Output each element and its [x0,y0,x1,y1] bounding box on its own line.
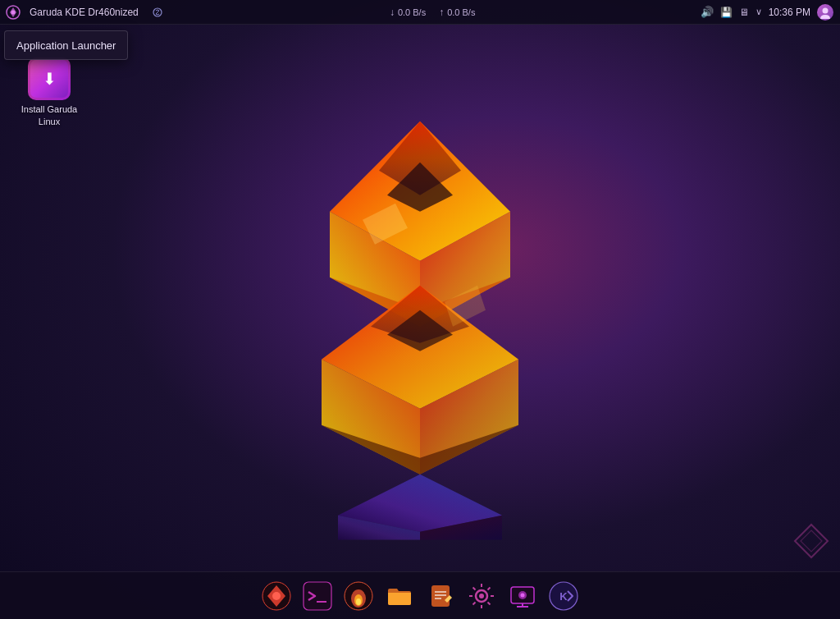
panel-left: Garuda KDE Dr460nized [0,4,165,21]
activity-icon[interactable] [150,5,165,20]
clock: 10:36 PM [769,7,810,18]
install-garuda-icon-image [28,57,71,100]
svg-marker-21 [795,525,828,557]
download-speed: 0.0 B/s [398,7,426,17]
svg-rect-25 [304,582,331,610]
dock-text-editor-icon[interactable] [423,579,458,613]
svg-rect-31 [431,585,450,607]
svg-line-43 [488,587,491,589]
tooltip-text: Application Launcher [16,39,116,52]
top-panel: Garuda KDE Dr460nized ↓ 0.0 B/s ↑ 0.0 B/… [0,0,840,25]
dock-garuda-icon[interactable] [259,579,294,613]
tooltip-popup: Application Launcher [4,30,128,60]
desktop-artwork [248,97,592,540]
dock-garuda-setup-icon[interactable] [341,579,376,613]
user-avatar[interactable] [817,4,833,21]
volume-icon[interactable]: 🔊 [701,6,714,18]
svg-point-20 [823,7,829,13]
svg-text:K: K [559,590,568,603]
panel-center: ↓ 0.0 B/s ↑ 0.0 B/s [165,7,701,18]
panel-title: Garuda KDE Dr460nized [25,7,144,18]
dock-terminal-icon[interactable] [300,579,335,613]
dock-settings-icon[interactable] [464,579,499,613]
svg-line-41 [473,587,476,589]
dock-files-icon[interactable] [382,579,417,613]
panel-right: 🔊 💾 🖥 ∨ 10:36 PM [701,4,840,21]
dock-assistant-icon[interactable] [505,579,540,613]
download-info: ↓ 0.0 B/s [390,7,426,18]
svg-point-24 [272,592,281,600]
svg-marker-22 [801,530,822,552]
storage-icon[interactable]: 💾 [720,7,733,18]
install-garuda-label: Install GarudaLinux [21,103,77,128]
svg-point-18 [11,10,16,14]
install-garuda-icon[interactable]: Install GarudaLinux [16,57,82,128]
right-edge-decoration [791,520,832,562]
svg-point-49 [521,593,525,597]
upload-info: ↑ 0.0 B/s [439,7,475,18]
dock-kde-icon[interactable]: K [546,579,581,613]
chevron-expand[interactable]: ∨ [756,7,762,17]
upload-speed: 0.0 B/s [447,7,475,17]
svg-point-36 [479,594,484,598]
garuda-logo-button[interactable] [5,4,21,21]
display-icon[interactable]: 🖥 [739,7,749,18]
svg-line-42 [488,602,491,604]
svg-point-30 [356,598,361,605]
bottom-dock: K [0,571,840,619]
upload-arrow: ↑ [439,7,444,18]
download-arrow: ↓ [390,7,395,18]
svg-line-44 [473,602,476,604]
